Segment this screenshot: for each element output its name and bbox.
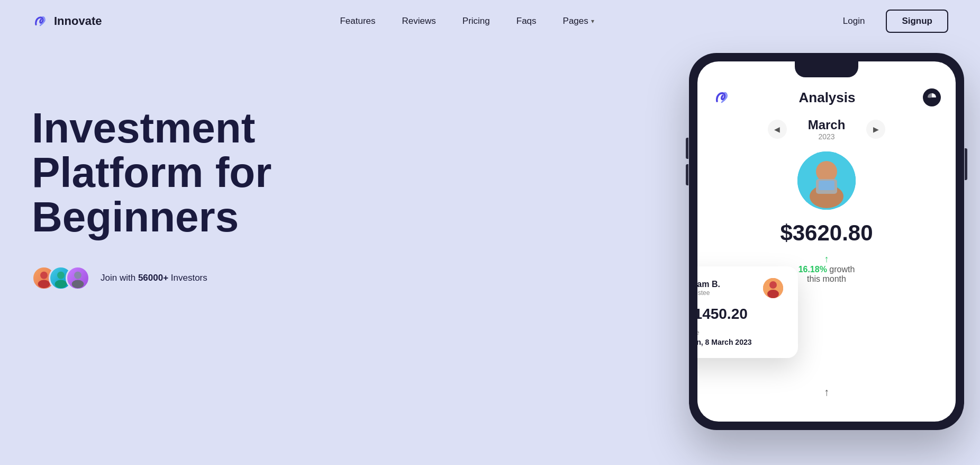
pages-chevron-icon: ▾ [591, 17, 594, 25]
logo-icon [32, 13, 49, 30]
navbar: Innovate Features Reviews Pricing Faqs P… [0, 0, 980, 42]
signup-button[interactable]: Signup [886, 10, 948, 33]
phone-button-right [965, 148, 967, 180]
hero-content: Investment Platform for Beginners [32, 64, 948, 290]
investors-text: Join with 56000+ Investors [101, 273, 207, 283]
floating-investor-card: Adam B. Investee $1450.20 Date [697, 266, 798, 358]
svg-point-0 [40, 272, 48, 279]
card-person-avatar [763, 278, 783, 298]
svg-point-3 [55, 280, 67, 288]
logo[interactable]: Innovate [32, 13, 102, 30]
svg-point-5 [72, 280, 84, 288]
svg-point-12 [769, 281, 777, 289]
card-date-label: Date [697, 329, 783, 336]
svg-point-2 [57, 272, 65, 279]
card-date-value: Mon, 8 March 2023 [697, 338, 783, 346]
nav-item-faqs[interactable]: Faqs [516, 16, 537, 26]
hero-section: Investment Platform for Beginners [0, 42, 980, 455]
scroll-up-arrow[interactable]: ↑ [824, 386, 829, 398]
nav-item-features[interactable]: Features [340, 16, 375, 26]
nav-item-reviews[interactable]: Reviews [402, 16, 436, 26]
investors-row: Join with 56000+ Investors [32, 266, 948, 290]
avatar-3 [66, 266, 90, 290]
nav-item-pricing[interactable]: Pricing [462, 16, 490, 26]
svg-point-1 [38, 280, 50, 288]
logo-text: Innovate [54, 14, 102, 28]
svg-point-4 [74, 272, 81, 279]
nav-links: Features Reviews Pricing Faqs Pages ▾ [340, 16, 594, 26]
card-person-name: Adam B. [697, 280, 720, 289]
nav-actions: Login Signup [832, 10, 948, 33]
card-person-role: Investee [697, 289, 720, 297]
svg-point-13 [767, 290, 779, 298]
hero-title: Investment Platform for Beginners [32, 106, 360, 239]
card-amount: $1450.20 [697, 306, 783, 323]
login-button[interactable]: Login [832, 11, 876, 32]
card-person-info: Adam B. Investee [697, 280, 720, 297]
nav-item-pages[interactable]: Pages ▾ [563, 16, 594, 26]
card-header: Adam B. Investee [697, 278, 783, 298]
investor-avatars [32, 266, 83, 290]
phone-notch [795, 61, 858, 77]
